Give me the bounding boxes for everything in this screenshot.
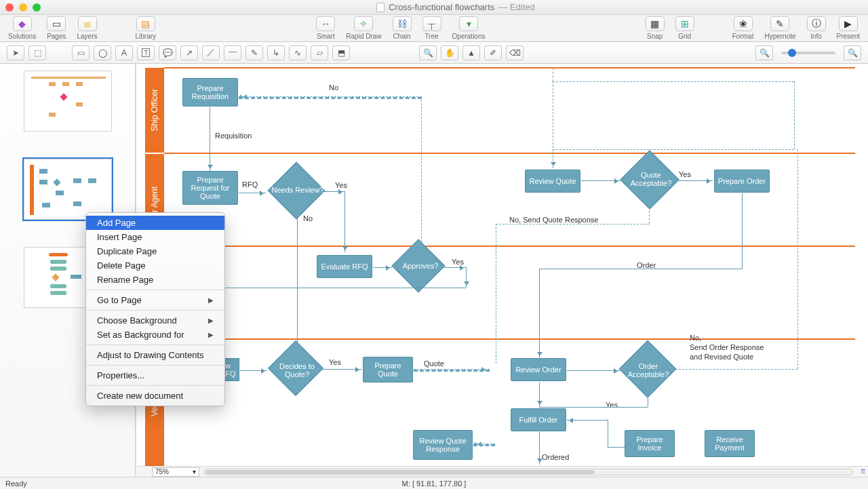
node-decides-label: Decides to Quote?	[268, 362, 326, 378]
page-thumb-1[interactable]	[24, 71, 112, 132]
grid-icon: ⊞	[681, 18, 689, 29]
tree-button[interactable]: ┬Tree	[417, 16, 447, 40]
ctx-go-to-page[interactable]: Go to Page▶	[86, 293, 224, 307]
info-button[interactable]: ⓘInfo	[802, 16, 831, 40]
node-prepare-invoice[interactable]: Prepare Invoice	[625, 430, 675, 457]
zoom-in-button[interactable]: 🔍	[844, 45, 861, 60]
node-fulfill-order[interactable]: Fulfill Order	[511, 408, 566, 431]
node-prepare-requisition[interactable]: Prepare Requisition	[182, 78, 238, 106]
connector-tool[interactable]: ↳	[267, 45, 285, 60]
resize-grip-icon[interactable]: ⠿	[857, 468, 868, 476]
label-no-1: No	[329, 83, 338, 92]
node-prepare-quote[interactable]: Prepare Quote	[363, 357, 413, 383]
text-tool[interactable]: A	[115, 45, 133, 60]
layers-icon: ≣	[83, 18, 92, 29]
library-icon: ▤	[141, 18, 150, 29]
ctx-properties-[interactable]: Properties...	[86, 368, 224, 383]
canvas[interactable]: Ship Officer r Agent Vendor Prepare Requ…	[136, 64, 868, 477]
ctx-create-new-document[interactable]: Create new document	[86, 389, 224, 403]
conn-to-needs-review	[239, 193, 266, 193]
grid-button[interactable]: ⊞Grid	[670, 16, 700, 40]
pointer-tool[interactable]: ➤	[7, 45, 24, 60]
node-review-quote[interactable]: Review Quote	[525, 170, 580, 193]
conn-approves-yes	[444, 267, 466, 268]
chain-button[interactable]: ⛓Chain	[387, 16, 417, 40]
layers-button[interactable]: ≣Layers	[72, 16, 103, 40]
ctx-choose-background[interactable]: Choose Background▶	[86, 313, 224, 328]
callout-tool[interactable]: 💬	[159, 45, 176, 60]
tree-icon: ┬	[429, 18, 435, 29]
snap-button[interactable]: ▦Snap	[640, 16, 670, 40]
conn-no-back	[239, 96, 422, 99]
node-prepare-rfq[interactable]: Prepare Request for Quote	[182, 171, 238, 205]
label-requisition: Requisition	[215, 132, 252, 140]
arrow-tool[interactable]: ↗	[180, 45, 198, 60]
smart-button[interactable]: ↔Smart	[311, 16, 340, 40]
line-tool[interactable]: ／	[202, 45, 220, 60]
maximize-icon[interactable]	[33, 3, 41, 12]
rapid-draw-button[interactable]: ✧Rapid Draw	[340, 16, 387, 40]
spline-tool[interactable]: ∿	[289, 45, 307, 60]
eraser-tool[interactable]: ⌫	[506, 45, 524, 60]
horizontal-scrollbar[interactable]	[203, 469, 853, 475]
node-needs-review-label: Needs Review?	[269, 186, 327, 194]
operations-icon: ▾	[467, 18, 471, 29]
zoom-combo[interactable]: 75%▾	[152, 467, 199, 477]
textbox-tool[interactable]: 🅃	[137, 45, 155, 60]
node-receive-payment[interactable]: Receive Payment	[705, 430, 755, 457]
pan-tool[interactable]: ✋	[441, 45, 458, 60]
curve-tool[interactable]: 〰	[224, 45, 241, 60]
format-icon: ❀	[739, 18, 747, 29]
node-review-order[interactable]: Review Order	[511, 358, 566, 381]
node-prepare-order[interactable]: Prepare Order	[714, 170, 770, 193]
zoom-tool[interactable]: 🔍	[419, 45, 437, 60]
edited-indicator: — Edited	[498, 2, 534, 12]
node-evaluate-rfq[interactable]: Evaluate RFQ	[317, 255, 372, 278]
ctx-set-as-background-for[interactable]: Set as Background for▶	[86, 328, 224, 342]
zoom-out-button[interactable]: 🔍	[755, 45, 773, 60]
ctx-rename-page[interactable]: Rename Page	[86, 273, 224, 287]
minimize-icon[interactable]	[19, 3, 27, 12]
title-bar: Cross-functional flowcharts — Edited	[0, 0, 868, 15]
chevron-down-icon: ▾	[193, 468, 196, 475]
label-no-2: No	[303, 214, 313, 222]
ctx-duplicate-page[interactable]: Duplicate Page	[86, 244, 224, 258]
eyedropper-tool[interactable]: ✐	[484, 45, 502, 60]
shape-tool[interactable]: ▱	[311, 45, 328, 60]
ctx-add-page[interactable]: Add Page	[86, 216, 224, 230]
node-review-quote-response[interactable]: Review Quote Response	[413, 430, 473, 460]
conn-to-approves	[373, 267, 392, 268]
window-title: Cross-functional flowcharts — Edited	[49, 2, 863, 12]
label-ordered: Ordered	[542, 453, 569, 461]
library-button[interactable]: ▤Library	[130, 16, 162, 40]
label-no-send-quote: No, Send Quote Response	[509, 216, 598, 224]
zoom-slider[interactable]	[781, 52, 835, 54]
rapid-draw-icon: ✧	[359, 18, 368, 29]
hypernote-icon: ✎	[776, 18, 784, 29]
ellipse-tool[interactable]: ◯	[94, 45, 111, 60]
window-controls	[5, 3, 41, 12]
secondary-toolbar: ➤ ⬚ ▭ ◯ A 🅃 💬 ↗ ／ 〰 ✎ ↳ ∿ ▱ ⬒ 🔍 ✋ ▲ ✐ ⌫ …	[0, 42, 868, 64]
ctx-adjust-to-drawing-contents[interactable]: Adjust to Drawing Contents	[86, 348, 224, 362]
rect-tool[interactable]: ▭	[72, 45, 90, 60]
operations-button[interactable]: ▾Operations	[447, 16, 491, 40]
page-thumb-2[interactable]	[24, 159, 112, 220]
context-menu: Add PageInsert PageDuplicate PageDelete …	[85, 212, 225, 406]
container-tool[interactable]: ⬒	[332, 45, 350, 60]
ctx-insert-page[interactable]: Insert Page	[86, 230, 224, 244]
lane-ship-officer[interactable]: Ship Officer	[145, 68, 164, 153]
pages-button[interactable]: ▭Pages	[41, 16, 71, 40]
chain-icon: ⛓	[397, 18, 407, 29]
hypernote-button[interactable]: ✎Hypernote	[759, 16, 801, 40]
label-quote: Quote	[424, 359, 444, 368]
select-tool[interactable]: ⬚	[28, 45, 46, 60]
conn-no-to-rfq	[297, 214, 298, 357]
present-icon: ▶	[844, 18, 852, 29]
solutions-button[interactable]: ◆Solutions	[3, 16, 41, 40]
stamp-tool[interactable]: ▲	[462, 45, 480, 60]
close-icon[interactable]	[5, 3, 14, 12]
ctx-delete-page[interactable]: Delete Page	[86, 258, 224, 273]
present-button[interactable]: ▶Present	[831, 16, 865, 40]
format-button[interactable]: ❀Format	[727, 16, 760, 40]
pen-tool[interactable]: ✎	[245, 45, 263, 60]
